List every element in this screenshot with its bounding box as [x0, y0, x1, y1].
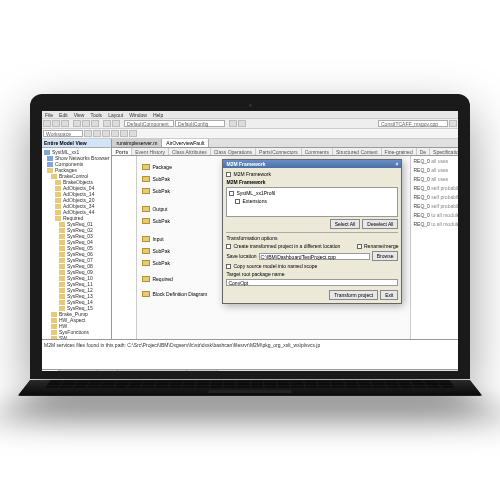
tb2-icon[interactable] [120, 130, 128, 137]
tree-node[interactable]: Extensions [242, 198, 266, 204]
requirement-item[interactable]: REQ_0 self probability [413, 194, 458, 200]
diagram-package[interactable]: Block Definition Diagram [142, 291, 207, 297]
output-console[interactable]: M2M services files found in this path: C… [42, 339, 458, 369]
menu-tools[interactable]: Tools [90, 112, 102, 117]
model-tree[interactable]: SystML_xx1Show Networks BrowserComponent… [42, 148, 111, 339]
req-desc: self probability [431, 203, 458, 209]
browse-button[interactable]: Browse [372, 251, 399, 261]
menu-layout[interactable]: Layout [108, 112, 123, 117]
tb2-icon[interactable] [111, 130, 119, 137]
diagram-package[interactable]: SubPak [142, 176, 170, 182]
transform-button[interactable]: Transform project [329, 290, 378, 300]
scope-input[interactable]: ConvOpt [226, 279, 398, 286]
exit-button[interactable]: Exit [380, 290, 398, 300]
folder-icon [59, 282, 65, 287]
subtab[interactable]: Event History [132, 148, 169, 155]
menu-view[interactable]: View [74, 112, 85, 117]
console-tab[interactable]: Check Model [59, 370, 97, 371]
requirement-item[interactable]: REQ_0 self probability [413, 203, 458, 209]
diagram-package[interactable]: Required [142, 276, 172, 282]
checkbox-framework[interactable] [226, 172, 231, 177]
menu-file[interactable]: File [45, 112, 53, 117]
subtab[interactable]: De [417, 148, 430, 155]
req-id: REQ_0 [413, 158, 429, 164]
package-icon [142, 176, 150, 182]
close-icon[interactable]: × [396, 161, 399, 167]
console-tab[interactable]: Build [98, 370, 118, 371]
config-dropdown-2[interactable]: DefaultConfig [175, 120, 225, 127]
tb-open-icon[interactable] [52, 120, 60, 127]
option-label: Copy source model into named scope [233, 263, 317, 269]
subtab[interactable]: Class Operations [211, 148, 256, 155]
tb2-icon[interactable] [84, 130, 92, 137]
tb-undo-icon[interactable] [103, 120, 111, 127]
search-icon[interactable] [449, 120, 457, 127]
folder-icon [51, 318, 57, 323]
menu-help[interactable]: Help [153, 112, 163, 117]
select-all-button[interactable]: Select All [330, 219, 361, 229]
menu-window[interactable]: Window [129, 112, 147, 117]
subtab[interactable]: Class Attributes [169, 148, 211, 155]
diagram-package[interactable]: SubPak [142, 248, 170, 254]
checkbox[interactable] [235, 199, 240, 204]
tb2-icon[interactable] [102, 130, 110, 137]
checkbox-copy[interactable] [226, 264, 231, 269]
tb-copy-icon[interactable] [82, 120, 90, 127]
subtab[interactable]: Structured Context [333, 148, 382, 155]
dialog-titlebar[interactable]: M2M Framework × [223, 160, 401, 168]
req-id: REQ_0 [413, 203, 429, 209]
requirement-item[interactable]: REQ_0 all uses [413, 167, 458, 173]
subtab[interactable]: Parts/Connectors [256, 148, 302, 155]
tab-1[interactable]: AirOverviewFault [162, 139, 209, 147]
requirement-item[interactable]: REQ_0 to all modules [413, 212, 458, 218]
profile-tree[interactable]: SystML_xx1Profil Extensions [226, 187, 398, 217]
config-dropdown-1[interactable]: DefaultComponent [124, 120, 174, 127]
laptop-frame: File Edit View Tools Layout Window Help [30, 94, 470, 406]
tb-redo-icon[interactable] [112, 120, 120, 127]
subtab[interactable]: Comments [302, 148, 333, 155]
subtab[interactable]: Ports [112, 148, 132, 155]
checkbox[interactable] [229, 191, 234, 196]
diagram-editor[interactable]: PackageSubPakSubPakOutputSubPakInputSubP… [112, 156, 458, 339]
tb-paste-icon[interactable] [91, 120, 99, 127]
subtab[interactable]: Specification [430, 148, 458, 155]
console-tab[interactable]: Animation [187, 370, 218, 371]
tree-node[interactable]: SystML_xx1Profil [236, 190, 275, 196]
diagram-package[interactable]: Input [142, 236, 163, 242]
tb2-icon[interactable] [129, 130, 137, 137]
folder-icon [51, 330, 57, 335]
diagram-package[interactable]: SubPak [142, 188, 170, 194]
subtab[interactable]: Fine-grained [382, 148, 417, 155]
diagram-package[interactable]: SubPak [142, 218, 170, 224]
tb2-icon[interactable] [93, 130, 101, 137]
search-field[interactable]: ConstITCAFF_msgov.cpp [378, 120, 448, 127]
req-desc: self probability [431, 194, 458, 200]
package-icon [142, 236, 150, 242]
deselect-all-button[interactable]: Deselect All [362, 219, 398, 229]
folder-icon [55, 180, 61, 185]
path-input[interactable]: C:\IBM\DashboardTestProject.cpp [259, 253, 370, 260]
tb-stop-icon[interactable] [238, 120, 246, 127]
checkbox-location[interactable] [226, 244, 231, 249]
tab-0[interactable]: runsimpleserver.m [112, 139, 162, 147]
folder-icon [59, 264, 65, 269]
tb-cut-icon[interactable] [73, 120, 81, 127]
folder-icon [47, 156, 53, 161]
requirement-item[interactable]: REQ_0 all uses [413, 176, 458, 182]
tree-item[interactable]: SW [43, 335, 110, 339]
package-icon [142, 260, 150, 266]
console-tab[interactable]: Log [42, 370, 59, 371]
requirement-item[interactable]: REQ_0 self probability [413, 185, 458, 191]
checkbox-rename[interactable] [357, 244, 362, 249]
diagram-package[interactable]: SubPak [142, 260, 170, 266]
requirement-item[interactable]: REQ_0 to all modules [413, 221, 458, 227]
tb-run-icon[interactable] [229, 120, 237, 127]
diagram-package[interactable]: Output [142, 206, 167, 212]
menu-edit[interactable]: Edit [59, 112, 68, 117]
workspace-label[interactable]: Workspace [43, 130, 83, 137]
requirement-item[interactable]: REQ_0 all uses [413, 158, 458, 164]
tb-save-icon[interactable] [61, 120, 69, 127]
console-tab[interactable]: Configuration Management [118, 370, 187, 371]
tb-new-icon[interactable] [43, 120, 51, 127]
diagram-package[interactable]: Package [142, 164, 171, 170]
